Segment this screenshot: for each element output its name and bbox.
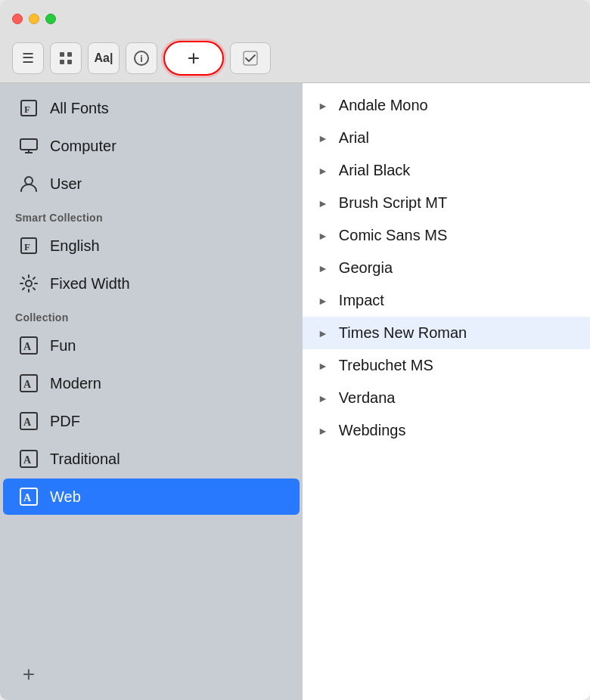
close-button[interactable] <box>12 14 23 24</box>
svg-rect-3 <box>67 60 72 64</box>
titlebar: ☰ Aa| i + <box>0 0 590 83</box>
svg-text:A: A <box>23 379 32 390</box>
sidebar-item-modern[interactable]: A Modern <box>3 365 300 401</box>
font-name: Verdana <box>339 389 396 407</box>
sidebar-item-traditional[interactable]: A Traditional <box>3 441 300 477</box>
maximize-button[interactable] <box>45 14 56 24</box>
font-name: Webdings <box>339 422 406 439</box>
sidebar-item-modern-label: Modern <box>50 375 101 392</box>
hamburger-menu-button[interactable]: ☰ <box>12 42 44 74</box>
validate-button[interactable] <box>230 42 271 74</box>
chevron-right-icon: ► <box>318 100 328 112</box>
svg-text:A: A <box>23 417 32 428</box>
chevron-right-icon: ► <box>318 295 328 307</box>
grid-icon <box>58 51 73 66</box>
sidebar-item-user-label: User <box>50 175 82 193</box>
font-name: Times New Roman <box>339 324 467 342</box>
font-english-icon: F <box>18 235 39 256</box>
main-content: F All Fonts Computer User <box>0 83 590 700</box>
sidebar-item-english[interactable]: F English <box>3 228 300 264</box>
svg-point-15 <box>26 280 32 287</box>
sidebar-item-fun-label: Fun <box>50 337 76 355</box>
font-item[interactable]: ► Impact <box>303 284 590 317</box>
computer-icon <box>18 135 39 156</box>
sidebar-item-traditional-label: Traditional <box>50 451 120 468</box>
font-name: Arial <box>339 129 369 147</box>
grid-view-button[interactable] <box>50 42 82 74</box>
font-preview-label: Aa| <box>95 51 113 65</box>
collection-fun-icon: A <box>18 335 39 356</box>
font-name: Georgia <box>339 259 393 277</box>
svg-rect-9 <box>20 139 37 150</box>
font-item[interactable]: ► Trebuchet MS <box>303 349 590 382</box>
svg-text:F: F <box>24 104 30 115</box>
user-icon <box>18 173 39 194</box>
svg-rect-1 <box>67 52 72 57</box>
sidebar-bottom: + <box>0 649 303 700</box>
font-preview-button[interactable]: Aa| <box>88 42 120 74</box>
info-icon: i <box>133 50 150 67</box>
font-item[interactable]: ► Webdings <box>303 414 590 447</box>
svg-text:i: i <box>140 53 143 64</box>
sidebar-item-computer-label: Computer <box>50 138 116 155</box>
collection-web-icon: A <box>18 486 39 507</box>
sidebar-item-computer[interactable]: Computer <box>3 128 300 164</box>
svg-rect-2 <box>60 60 64 64</box>
chevron-right-icon: ► <box>318 425 328 437</box>
svg-text:A: A <box>23 454 32 466</box>
font-item[interactable]: ► Comic Sans MS <box>303 219 590 252</box>
sidebar-item-web-label: Web <box>50 488 81 506</box>
svg-point-12 <box>25 177 33 184</box>
chevron-right-icon: ► <box>318 165 328 177</box>
chevron-right-icon: ► <box>318 132 328 144</box>
svg-text:A: A <box>23 341 32 352</box>
font-name: Andale Mono <box>339 97 428 114</box>
add-font-button[interactable]: + <box>163 41 224 76</box>
font-item[interactable]: ► Arial Black <box>303 154 590 187</box>
toolbar: ☰ Aa| i + <box>12 41 271 76</box>
collection-label: Collection <box>0 302 303 327</box>
chevron-right-icon: ► <box>318 360 328 372</box>
sidebar-item-all-fonts-label: All Fonts <box>50 100 109 117</box>
chevron-right-icon: ► <box>318 262 328 274</box>
font-item[interactable]: ► Brush Script MT <box>303 187 590 219</box>
sidebar-item-pdf[interactable]: A PDF <box>3 403 300 439</box>
minimize-button[interactable] <box>29 14 39 24</box>
collection-pdf-icon: A <box>18 410 39 432</box>
font-item[interactable]: ► Georgia <box>303 252 590 284</box>
sidebar-item-english-label: English <box>50 237 100 255</box>
svg-text:F: F <box>24 241 30 252</box>
font-book-icon: F <box>18 98 39 119</box>
font-item[interactable]: ► Arial <box>303 122 590 154</box>
font-name: Brush Script MT <box>339 194 447 212</box>
font-item[interactable]: ► Andale Mono <box>303 89 590 122</box>
font-name: Impact <box>339 292 384 309</box>
traffic-lights <box>12 14 56 24</box>
sidebar-item-web[interactable]: A Web <box>3 479 300 515</box>
chevron-right-icon: ► <box>318 327 328 339</box>
font-name: Trebuchet MS <box>339 357 433 374</box>
add-collection-button[interactable]: + <box>15 661 42 688</box>
collection-modern-icon: A <box>18 373 39 394</box>
chevron-right-icon: ► <box>318 197 328 209</box>
font-item[interactable]: ► Verdana <box>303 382 590 414</box>
collection-traditional-icon: A <box>18 448 39 469</box>
font-name: Arial Black <box>339 162 410 179</box>
font-item[interactable]: ► Times New Roman <box>303 317 590 349</box>
chevron-right-icon: ► <box>318 392 328 404</box>
svg-rect-0 <box>60 52 64 57</box>
smart-collection-label: Smart Collection <box>0 203 303 227</box>
chevron-right-icon: ► <box>318 230 328 242</box>
info-button[interactable]: i <box>126 42 157 74</box>
sidebar-item-fun[interactable]: A Fun <box>3 327 300 364</box>
sidebar-item-user[interactable]: User <box>3 166 300 202</box>
sidebar-item-fixed-width-label: Fixed Width <box>50 275 130 293</box>
sidebar: F All Fonts Computer User <box>0 83 303 700</box>
sidebar-item-fixed-width[interactable]: Fixed Width <box>3 265 300 302</box>
gear-icon <box>18 273 39 294</box>
svg-text:A: A <box>23 492 32 503</box>
sidebar-item-all-fonts[interactable]: F All Fonts <box>3 90 300 126</box>
font-list: ► Andale Mono ► Arial ► Arial Black ► Br… <box>303 83 590 700</box>
font-name: Comic Sans MS <box>339 227 447 244</box>
sidebar-item-pdf-label: PDF <box>50 413 80 430</box>
